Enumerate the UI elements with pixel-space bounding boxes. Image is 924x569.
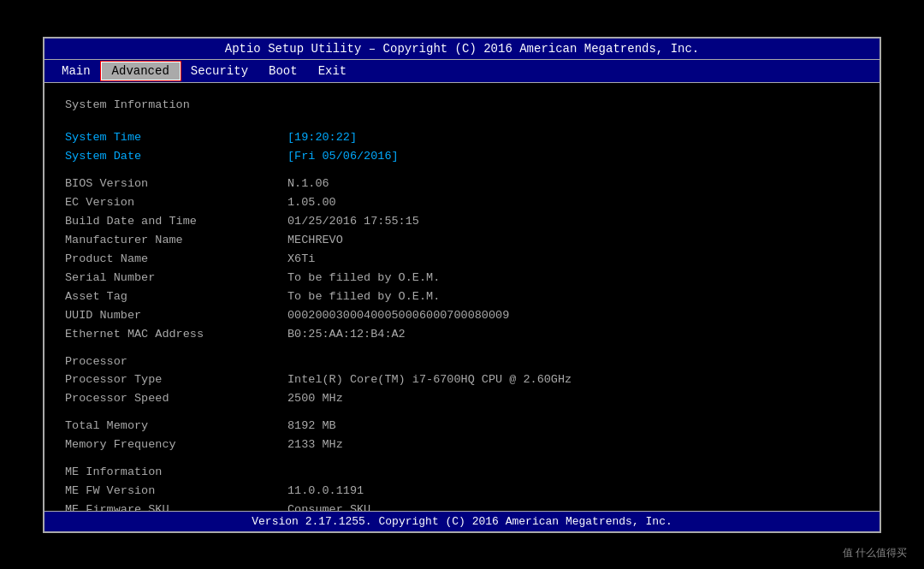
info-label-7: Product Name xyxy=(65,251,287,269)
title-bar: Aptio Setup Utility – Copyright (C) 2016… xyxy=(44,39,880,60)
info-value-17: 8192 MB xyxy=(287,418,336,436)
info-row-15: Processor Speed2500 MHz xyxy=(65,390,859,408)
info-row-18: Memory Frequency2133 MHz xyxy=(65,436,859,454)
info-label-10: UUID Number xyxy=(65,307,287,325)
info-value-1: [Fri 05/06/2016] xyxy=(287,148,399,166)
info-row-10: UUID Number00020003000400050006000700080… xyxy=(65,307,859,325)
info-row-14: Processor TypeIntel(R) Core(TM) i7-6700H… xyxy=(65,371,859,389)
watermark: 值 什么值得买 xyxy=(843,546,907,560)
info-row-4: EC Version1.05.00 xyxy=(65,194,859,212)
info-row-21: ME FW Version11.0.0.1191 xyxy=(65,483,859,501)
info-row-1: System Date[Fri 05/06/2016] xyxy=(65,148,859,166)
info-label-17: Total Memory xyxy=(65,418,287,436)
info-row-22: ME Firmware SKUConsumer SKU xyxy=(65,501,859,510)
info-label-0: System Time xyxy=(65,129,287,147)
info-row-8: Serial NumberTo be filled by O.E.M. xyxy=(65,270,859,287)
spacer-19 xyxy=(65,455,859,464)
info-row-13: Processor xyxy=(65,353,859,371)
menu-item-exit[interactable]: Exit xyxy=(308,62,358,80)
info-row-0: System Time[19:20:22] xyxy=(65,129,859,147)
info-label-4: EC Version xyxy=(65,194,287,212)
title-text: Aptio Setup Utility – Copyright (C) 2016… xyxy=(225,42,700,56)
info-label-9: Asset Tag xyxy=(65,288,287,306)
info-row-17: Total Memory8192 MB xyxy=(65,418,859,436)
menu-bar: MainAdvancedSecurityBootExit xyxy=(44,60,880,83)
info-row-3: BIOS VersionN.1.06 xyxy=(65,175,859,193)
section-title: System Information xyxy=(65,97,859,115)
info-label-3: BIOS Version xyxy=(65,175,287,193)
menu-item-advanced[interactable]: Advanced xyxy=(101,62,181,80)
info-label-6: Manufacturer Name xyxy=(65,232,287,250)
info-label-20: ME Information xyxy=(65,464,287,482)
info-label-1: System Date xyxy=(65,148,287,166)
info-value-7: X6Ti xyxy=(287,251,315,269)
info-row-20: ME Information xyxy=(65,464,859,482)
info-value-3: N.1.06 xyxy=(287,175,329,193)
info-value-15: 2500 MHz xyxy=(287,390,343,408)
info-value-18: 2133 MHz xyxy=(287,436,343,454)
info-label-8: Serial Number xyxy=(65,270,287,287)
menu-item-main[interactable]: Main xyxy=(51,62,101,80)
info-label-11: Ethernet MAC Address xyxy=(65,326,287,344)
spacer-16 xyxy=(65,409,859,418)
info-value-8: To be filled by O.E.M. xyxy=(287,270,440,287)
info-label-5: Build Date and Time xyxy=(65,213,287,231)
bios-window: Aptio Setup Utility – Copyright (C) 2016… xyxy=(43,37,881,533)
info-label-22: ME Firmware SKU xyxy=(65,501,287,510)
info-value-11: B0:25:AA:12:B4:A2 xyxy=(287,326,406,344)
info-row-9: Asset TagTo be filled by O.E.M. xyxy=(65,288,859,306)
info-label-14: Processor Type xyxy=(65,371,287,389)
info-value-21: 11.0.0.1191 xyxy=(287,483,364,501)
info-label-15: Processor Speed xyxy=(65,390,287,408)
info-value-0: [19:20:22] xyxy=(287,129,357,147)
info-label-21: ME FW Version xyxy=(65,483,287,501)
info-value-22: Consumer SKU xyxy=(287,501,370,510)
info-value-10: 00020003000400050006000700080009 xyxy=(287,307,509,325)
info-row-7: Product NameX6Ti xyxy=(65,251,859,269)
spacer-12 xyxy=(65,345,859,353)
info-value-5: 01/25/2016 17:55:15 xyxy=(287,213,419,231)
info-value-14: Intel(R) Core(TM) i7-6700HQ CPU @ 2.60GH… xyxy=(287,371,572,389)
info-value-9: To be filled by O.E.M. xyxy=(287,288,440,306)
spacer-2 xyxy=(65,167,859,175)
info-row-5: Build Date and Time01/25/2016 17:55:15 xyxy=(65,213,859,231)
info-label-18: Memory Frequency xyxy=(65,436,287,454)
menu-item-boot[interactable]: Boot xyxy=(258,62,308,80)
status-bar: Version 2.17.1255. Copyright (C) 2016 Am… xyxy=(44,511,880,531)
info-row-11: Ethernet MAC AddressB0:25:AA:12:B4:A2 xyxy=(65,326,859,344)
info-value-6: MECHREVO xyxy=(287,232,343,250)
status-text: Version 2.17.1255. Copyright (C) 2016 Am… xyxy=(252,515,672,528)
menu-item-security[interactable]: Security xyxy=(181,62,258,80)
content-area: System InformationSystem Time[19:20:22]S… xyxy=(44,83,880,511)
info-value-4: 1.05.00 xyxy=(287,194,336,212)
info-label-13: Processor xyxy=(65,353,287,371)
info-row-6: Manufacturer NameMECHREVO xyxy=(65,232,859,250)
